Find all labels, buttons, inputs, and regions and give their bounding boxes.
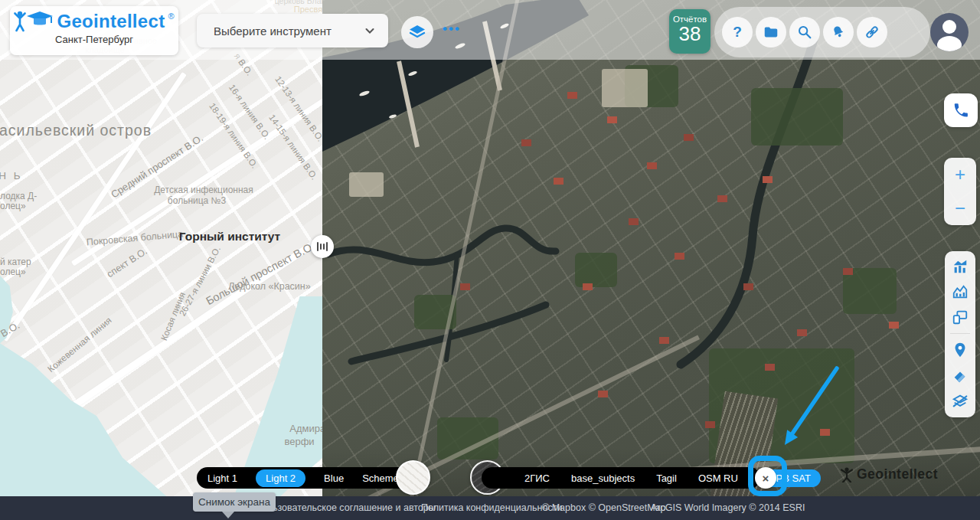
layers-strike-icon	[952, 392, 969, 409]
map-label: Горный институт	[179, 230, 280, 244]
map-tools-panel	[945, 251, 975, 417]
map-label: Косая линия	[159, 291, 187, 342]
map-label: лодка Д-	[0, 191, 37, 201]
more-options-button[interactable]: •••	[436, 21, 467, 41]
map-label: спект В.О.	[105, 246, 149, 280]
plaza-area	[349, 172, 384, 197]
area-chart-tool-button[interactable]	[951, 283, 969, 301]
annotation-highlight-box	[748, 456, 787, 496]
toolbar-divider	[950, 333, 970, 334]
map-road	[322, 335, 700, 520]
notifications-button[interactable]	[823, 17, 854, 47]
map-label: олец»	[0, 201, 26, 211]
search-button[interactable]	[789, 17, 820, 47]
basemap-option[interactable]: Light 2	[256, 469, 305, 487]
map-road	[403, 0, 521, 520]
basemap-option[interactable]: Tagil	[656, 473, 677, 484]
basemap-bar-right: 2ГИСbase_subjectsTagilOSM RUSPB SAT	[482, 467, 760, 489]
basemap-option[interactable]: OSM RU	[698, 473, 738, 484]
map-label: Покровская больница	[86, 229, 183, 248]
map-label: 26-27-я линии В.О.	[178, 245, 222, 318]
footer-link-terms[interactable]: Пользовательское соглашение и авторы	[255, 496, 436, 520]
park-area	[414, 295, 456, 329]
zoom-controls: + −	[944, 158, 976, 225]
tool-select-label: Выберите инструмент	[214, 25, 332, 38]
zoom-out-button[interactable]: −	[944, 199, 976, 217]
brand-name: Geointellect	[57, 11, 165, 32]
eraser-tool-button[interactable]	[951, 366, 969, 384]
tool-select-dropdown[interactable]: Выберите инструмент	[197, 14, 388, 47]
layers-icon	[408, 23, 426, 41]
map-label: олец»	[0, 267, 26, 277]
phone-icon	[952, 102, 969, 119]
link-icon	[864, 24, 880, 41]
devices-icon	[952, 309, 969, 325]
watermark-text: Geointellect	[857, 466, 938, 482]
footer-link-privacy[interactable]: Политика конфиденциальности	[421, 496, 562, 520]
reports-badge-count: 38	[669, 24, 710, 44]
map-labels-layer: Васильевский островСмоленское православн…	[0, 0, 322, 520]
clear-layers-tool-button[interactable]	[951, 391, 969, 410]
basemap-bar-left: Light 1Light 2BlueScheme	[197, 467, 417, 489]
geointellect-watermark: Geointellect	[840, 466, 938, 482]
bar-chart-icon	[952, 258, 969, 275]
phone-button[interactable]	[944, 93, 978, 127]
map-label: больница №3	[168, 195, 226, 206]
map-label: Детская инфекционная	[154, 185, 253, 195]
park-area	[843, 268, 897, 314]
bar-chart-tool-button[interactable]	[951, 257, 969, 276]
basemap-light-panel[interactable]: Васильевский островСмоленское православн…	[0, 0, 322, 520]
area-chart-icon	[952, 283, 969, 300]
building-roofs	[567, 92, 577, 99]
plaza-area	[602, 69, 648, 107]
user-avatar[interactable]	[930, 13, 969, 51]
satellite-map[interactable]: Geointellect	[322, 0, 980, 520]
share-link-button[interactable]	[857, 17, 887, 47]
map-label: В.О.	[0, 319, 21, 339]
basemap-option[interactable]: base_subjects	[571, 473, 635, 484]
layers-button[interactable]	[401, 16, 433, 48]
attribution-esri: ArcGIS World Imagery © 2014 ESRI	[651, 496, 805, 520]
map-label: Н Ь	[0, 170, 23, 182]
brand-panel: Geointellect ® Санкт-Петербург	[10, 6, 178, 55]
basemap-option[interactable]: Light 1	[207, 473, 237, 484]
river-network	[322, 0, 980, 520]
park-area	[751, 88, 843, 146]
question-icon: ?	[733, 24, 742, 41]
chevron-down-icon	[364, 25, 376, 37]
eraser-icon	[952, 367, 969, 384]
help-button[interactable]: ?	[722, 17, 753, 47]
zoom-in-button[interactable]: +	[944, 165, 976, 184]
park-area	[709, 348, 854, 463]
watermark-figure-icon	[840, 467, 854, 482]
folder-icon	[763, 24, 779, 41]
map-label: Васильевский остров	[0, 122, 152, 139]
basemap-option[interactable]: Scheme	[362, 473, 399, 484]
map-label: Кожевенная линия	[45, 315, 113, 374]
park-area	[575, 253, 617, 287]
map-label: Ледокол «Красин»	[228, 281, 310, 292]
map-label: верфи	[284, 436, 314, 447]
brand-subtitle: Санкт-Петербург	[10, 34, 178, 45]
location-pin-tool-button[interactable]	[951, 341, 969, 359]
park-area	[437, 417, 498, 459]
bell-icon	[830, 24, 847, 41]
tooltip-text: Снимок экрана	[198, 496, 270, 508]
projects-button[interactable]	[756, 17, 786, 47]
basemap-option[interactable]: Blue	[324, 473, 344, 484]
drag-bars-icon	[317, 242, 318, 251]
brand-reg-mark: ®	[168, 11, 174, 21]
map-pin-icon	[952, 342, 969, 358]
search-icon	[796, 24, 813, 41]
compare-windows-tool-button[interactable]	[951, 308, 969, 326]
footer-bar: Пользовательское соглашение и авторы Пол…	[0, 496, 980, 520]
geointellect-logo-icon	[14, 10, 54, 33]
reports-badge[interactable]: Отчётов 38	[669, 9, 710, 54]
park-area	[625, 65, 678, 107]
attribution-mapbox: © Mapbox © OpenStreetMap	[542, 496, 666, 520]
screenshot-tooltip: Снимок экрана	[193, 492, 276, 512]
swipe-handle[interactable]	[311, 235, 334, 258]
basemap-option[interactable]: 2ГИС	[524, 473, 550, 484]
map-label: Адмиралтейские	[289, 423, 322, 434]
basemap-thumbnail-light[interactable]	[396, 460, 430, 495]
